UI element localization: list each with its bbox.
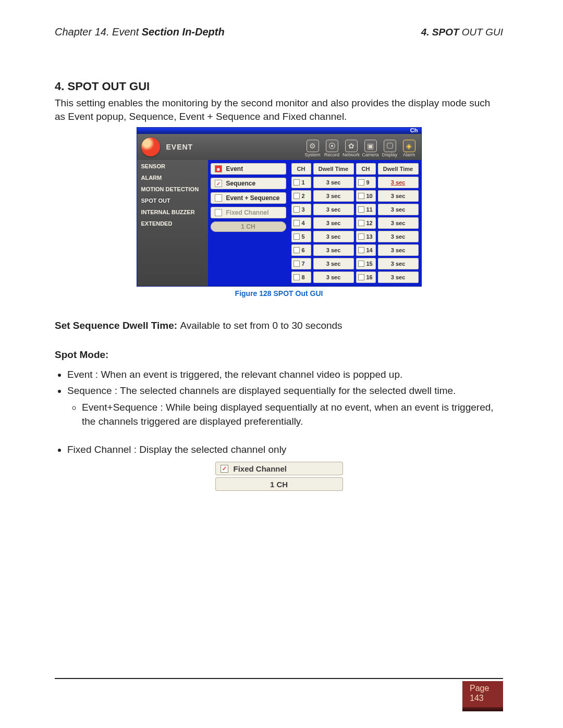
sidebar-item-alarm[interactable]: ALARM	[141, 175, 204, 181]
section-title: 4. SPOT OUT GUI	[55, 80, 503, 93]
toolbar-record-button[interactable]: ⦿Record	[324, 137, 340, 157]
gui-main: ■Event ✓Sequence Event + Sequence Fixed …	[208, 160, 421, 286]
dwell-cell[interactable]: 3 sec	[313, 204, 354, 215]
sidebar-item-extended[interactable]: EXTENDED	[141, 220, 204, 227]
gui-titlebar: Ch	[137, 128, 421, 134]
dwell-cell[interactable]: 3 sec	[378, 244, 419, 256]
mode-fixed-channel[interactable]: Fixed Channel	[211, 207, 286, 218]
ch-cell[interactable]: 13	[356, 231, 376, 242]
ch-checkbox-icon	[293, 247, 300, 253]
alarm-light-icon	[141, 138, 160, 156]
ch-cell[interactable]: 8	[291, 272, 311, 283]
toolbar-camera-button[interactable]: ▣Camera	[363, 137, 378, 157]
ch-checkbox-icon	[293, 179, 300, 186]
dwell-cell[interactable]: 3 sec	[378, 204, 419, 215]
ch-cell[interactable]: 1	[291, 177, 311, 188]
mode-fixed-channel-label: Fixed Channel	[226, 209, 269, 216]
dwell-cell[interactable]: 3 sec	[313, 231, 354, 242]
dwell-table: CHDwell TimeCHDwell Time13 sec93 sec23 s…	[289, 160, 421, 286]
ch-checkbox-icon	[358, 193, 364, 199]
dwell-cell[interactable]: 3 sec	[313, 272, 354, 283]
list-item: Sequence : The selected channels are dis…	[67, 384, 503, 429]
footer-rule	[55, 678, 503, 679]
ch-checkbox-icon	[293, 233, 300, 240]
dwell-cell[interactable]: 3 sec	[313, 244, 354, 256]
page-label: Page	[470, 683, 496, 693]
sidebar-item-spotout[interactable]: SPOT OUT	[141, 198, 204, 204]
ch-cell[interactable]: 9	[356, 177, 376, 188]
ch-cell[interactable]: 16	[356, 272, 376, 283]
mode-event-sequence[interactable]: Event + Sequence	[211, 192, 286, 204]
sidebar-item-motion[interactable]: MOTION DETECTION	[141, 186, 204, 192]
chapter-line: Chapter 14. Event Section In-Depth	[55, 26, 225, 38]
chapter-bold: Section In-Depth	[142, 26, 225, 38]
mode-channel-value[interactable]: 1 CH	[211, 221, 286, 232]
dwell-cell[interactable]: 3 sec	[313, 177, 354, 188]
fixed-channel-checkbox[interactable]: ✓Fixed Channel	[215, 462, 343, 475]
ch-cell[interactable]: 2	[291, 190, 311, 202]
sidebar-item-sensor[interactable]: SENSOR	[141, 163, 204, 169]
col-ch-header: CH	[291, 163, 311, 175]
ch-checkbox-icon	[358, 247, 364, 253]
dwell-cell[interactable]: 3 sec	[378, 177, 419, 188]
toolbar-network-button[interactable]: ✿Network	[344, 137, 359, 157]
section-intro: This setting enables the monitoring by t…	[55, 96, 503, 124]
toolbar-title: EVENT	[137, 138, 193, 156]
record-icon: ⦿	[326, 140, 338, 152]
toolbar-alarm-button[interactable]: ◈Alarm	[401, 137, 417, 157]
system-icon: ⚙	[307, 140, 319, 152]
fixed-channel-label: Fixed Channel	[234, 464, 287, 473]
network-icon: ✿	[345, 140, 358, 152]
fixed-channel-value[interactable]: 1 CH	[215, 477, 343, 491]
gui-body: SENSORALARMMOTION DETECTIONSPOT OUTINTER…	[137, 160, 421, 286]
ch-cell[interactable]: 12	[356, 217, 376, 229]
section-ref-rest: OUT GUI	[459, 27, 503, 38]
toolbar-system-button[interactable]: ⚙System	[305, 137, 321, 157]
toolbar-camera-label: Camera	[362, 152, 379, 157]
nested-list: Event+Sequence : While being displayed s…	[82, 400, 503, 429]
set-sequence-rest: Available to set from 0 to 30 seconds	[180, 320, 342, 331]
dwell-cell[interactable]: 3 sec	[313, 258, 354, 269]
ch-cell[interactable]: 3	[291, 204, 311, 215]
mode-sequence-label: Sequence	[226, 180, 256, 187]
spot-mode-label: Spot Mode:	[55, 348, 503, 362]
list-item-text: Sequence : The selected channels are dis…	[67, 385, 456, 396]
ch-cell[interactable]: 10	[356, 190, 376, 202]
ch-cell[interactable]: 4	[291, 217, 311, 229]
toolbar-display-button[interactable]: 🖵Display	[382, 137, 398, 157]
mode-event[interactable]: ■Event	[211, 163, 286, 175]
ch-cell[interactable]: 14	[356, 244, 376, 256]
ch-checkbox-icon	[293, 206, 300, 213]
ch-checkbox-icon	[293, 193, 300, 199]
ch-checkbox-icon	[293, 261, 300, 267]
ch-cell[interactable]: 7	[291, 258, 311, 269]
dwell-cell[interactable]: 3 sec	[378, 231, 419, 242]
page-number-box: Page 143	[462, 681, 503, 707]
toolbar-display-label: Display	[382, 152, 398, 157]
dwell-cell[interactable]: 3 sec	[378, 272, 419, 283]
dwell-cell[interactable]: 3 sec	[313, 217, 354, 229]
ch-cell[interactable]: 11	[356, 204, 376, 215]
ch-cell[interactable]: 5	[291, 231, 311, 242]
ch-cell[interactable]: 6	[291, 244, 311, 256]
sidebar-item-buzzer[interactable]: INTERNAL BUZZER	[141, 209, 204, 215]
dwell-cell[interactable]: 3 sec	[378, 258, 419, 269]
toolbar-icons: ⚙System⦿Record✿Network▣Camera🖵Display◈Al…	[305, 137, 421, 157]
col-ch2-header: CH	[356, 163, 376, 175]
section-ref: 4. SPOT OUT GUI	[421, 27, 503, 38]
mode-sequence[interactable]: ✓Sequence	[211, 178, 286, 189]
ch-checkbox-icon	[358, 179, 364, 186]
page-footer: Page 143	[55, 678, 503, 711]
ch-checkbox-icon	[358, 261, 364, 267]
gui-toolbar: EVENT ⚙System⦿Record✿Network▣Camera🖵Disp…	[137, 134, 421, 160]
dwell-cell[interactable]: 3 sec	[378, 217, 419, 229]
gui-figure: Ch EVENT ⚙System⦿Record✿Network▣Camera🖵D…	[137, 128, 421, 286]
set-sequence-bold: Set Sequence Dwell Time:	[55, 320, 180, 331]
toolbar-system-label: System	[305, 152, 321, 157]
figure-caption: Figure 128 SPOT Out GUI	[55, 289, 503, 298]
list-item: Event : When an event is triggered, the …	[67, 367, 503, 382]
spot-mode-list: Event : When an event is triggered, the …	[67, 365, 503, 429]
dwell-cell[interactable]: 3 sec	[313, 190, 354, 202]
dwell-cell[interactable]: 3 sec	[378, 190, 419, 202]
ch-cell[interactable]: 15	[356, 258, 376, 269]
